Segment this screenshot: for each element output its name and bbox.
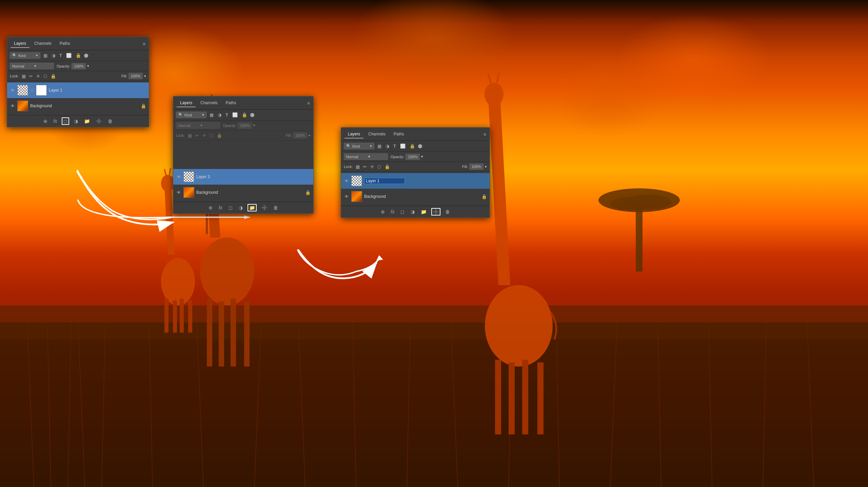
pixel-icon-1[interactable]: ▦ xyxy=(42,53,48,58)
lock-label-3: Lock: xyxy=(344,165,353,169)
lock-all-2: 🔒 xyxy=(216,133,223,138)
lock-move-3[interactable]: ✛ xyxy=(369,164,375,170)
layer-row-bg-p2[interactable]: 👁 Background 🔒 xyxy=(173,185,313,200)
shape-icon-2[interactable]: ⬜ xyxy=(231,112,239,118)
adjust-icon-3[interactable]: ◑ xyxy=(384,143,390,149)
opacity-label-2: Opacity: xyxy=(223,124,236,128)
layer-row-bg-p1[interactable]: 👁 Background 🔒 xyxy=(7,98,149,114)
smartobj-icon-1[interactable]: 🔒 xyxy=(75,53,82,58)
mask-icon-p3[interactable]: ◻ xyxy=(399,208,406,215)
text-icon-3[interactable]: T xyxy=(392,143,397,149)
tab-channels-3[interactable]: Channels xyxy=(365,130,389,138)
lock-brush-3[interactable]: ✏ xyxy=(362,164,368,170)
fill-chevron-1[interactable]: ▾ xyxy=(144,74,146,78)
mask-icon-p1[interactable]: ◻ xyxy=(62,117,69,125)
lock-pixel-1[interactable]: ▦ xyxy=(21,73,27,79)
panel1-header: Layers Channels Paths ≡ xyxy=(7,37,149,50)
smartobj-icon-2[interactable]: 🔒 xyxy=(241,112,248,118)
tab-paths-3[interactable]: Paths xyxy=(390,130,408,138)
tab-paths-2[interactable]: Paths xyxy=(222,99,240,107)
add-icon-p1[interactable]: ➕ xyxy=(95,118,103,125)
folder-icon-p3[interactable]: 📁 xyxy=(419,208,428,215)
kind-chevron-3: ▾ xyxy=(370,144,372,148)
kind-dropdown-1[interactable]: 🔍 Kind ▾ xyxy=(10,52,40,59)
kind-chevron-2: ▾ xyxy=(202,113,204,117)
add-icon-p2[interactable]: ➕ xyxy=(260,204,269,211)
folder-icon-p1[interactable]: 📁 xyxy=(83,118,91,125)
layer-row-bg-p3[interactable]: 👁 Background 🔒 xyxy=(341,189,490,204)
adjustment-icon-p1[interactable]: ◑ xyxy=(73,118,79,125)
eye-icon-bg-p2[interactable]: 👁 xyxy=(176,190,181,195)
eye-icon-layer1-p3[interactable]: 👁 xyxy=(344,179,349,184)
panel3-blend-row: Normal ▾ Opacity: 100% ▾ xyxy=(341,152,490,162)
trash-icon-p2[interactable]: 🗑 xyxy=(272,204,279,211)
lock-brush-1[interactable]: ✏ xyxy=(28,73,34,79)
layer-row-layer1-p1[interactable]: 👁 ⛓ Layer 1 xyxy=(7,82,149,98)
opacity-input-1[interactable]: 100% xyxy=(72,63,86,69)
tab-layers-2[interactable]: Layers xyxy=(177,99,196,107)
opacity-chevron-3[interactable]: ▾ xyxy=(421,154,423,159)
shape-icon-1[interactable]: ⬜ xyxy=(65,53,73,58)
adjustment-icon-p2[interactable]: ◑ xyxy=(237,204,244,211)
folder-icon-p2[interactable]: 📁 xyxy=(248,204,257,211)
lock-artboard-3[interactable]: ⬡ xyxy=(376,164,382,170)
panel1-kind-toolbar: 🔍 Kind ▾ ▦ ◑ T ⬜ 🔒 xyxy=(7,50,149,61)
kind-dropdown-2[interactable]: 🔍 Kind ▾ xyxy=(176,112,206,118)
blend-dropdown-1[interactable]: Normal ▾ xyxy=(10,63,54,69)
tab-layers-3[interactable]: Layers xyxy=(344,130,363,138)
text-icon-2[interactable]: T xyxy=(224,112,229,118)
lock-artboard-1[interactable]: ⬡ xyxy=(42,73,48,79)
trash-icon-p1[interactable]: 🗑 xyxy=(106,118,114,125)
tab-layers-1[interactable]: Layers xyxy=(11,40,29,48)
blend-dropdown-3[interactable]: Normal ▾ xyxy=(344,153,388,160)
add-icon-p3[interactable]: ➕ xyxy=(431,208,440,216)
adjustment-icon-p3[interactable]: ◑ xyxy=(409,208,416,215)
fx-icon-p2[interactable]: fx xyxy=(217,204,224,211)
opacity-input-3[interactable]: 100% xyxy=(406,154,420,160)
lock-move-1[interactable]: ✛ xyxy=(35,73,41,79)
layer-name-input-p3[interactable] xyxy=(364,178,405,184)
pixel-icon-3[interactable]: ▦ xyxy=(376,143,382,149)
panel3-menu-icon[interactable]: ≡ xyxy=(484,132,486,137)
shape-icon-3[interactable]: ⬜ xyxy=(399,143,407,149)
adjust-icon-1[interactable]: ◑ xyxy=(51,53,56,58)
panel1-lock-row: Lock: ▦ ✏ ✛ ⬡ 🔒 Fill: 100% ▾ xyxy=(7,71,149,81)
fill-input-3[interactable]: 100% xyxy=(469,164,484,170)
panel1-blend-row: Normal ▾ Opacity: 100% ▾ xyxy=(7,61,149,71)
tab-channels-2[interactable]: Channels xyxy=(197,99,221,107)
fx-icon-p1[interactable]: fx xyxy=(52,118,59,125)
adjust-icon-2[interactable]: ◑ xyxy=(217,112,222,118)
panel1-menu-icon[interactable]: ≡ xyxy=(143,41,145,46)
eye-icon-layer3-p2[interactable]: 👁 xyxy=(176,174,181,180)
smartobj-icon-3[interactable]: 🔒 xyxy=(409,143,416,149)
opacity-chevron-1[interactable]: ▾ xyxy=(87,64,89,68)
mask-icon-p2[interactable]: ◻ xyxy=(227,204,234,211)
fill-chevron-3[interactable]: ▾ xyxy=(485,165,487,169)
eye-icon-bg-p1[interactable]: 👁 xyxy=(10,104,15,109)
fill-input-1[interactable]: 100% xyxy=(129,73,143,79)
trash-icon-p3[interactable]: 🗑 xyxy=(444,208,451,215)
link-icon-p1[interactable]: ⊕ xyxy=(42,118,49,125)
link-icon-p3[interactable]: ⊕ xyxy=(379,208,386,215)
link-icon-p2[interactable]: ⊕ xyxy=(207,204,214,211)
tab-channels-1[interactable]: Channels xyxy=(31,40,55,48)
text-icon-1[interactable]: T xyxy=(58,53,63,58)
kind-dropdown-3[interactable]: 🔍 Kind ▾ xyxy=(344,143,374,149)
opacity-input-2: 100% xyxy=(238,123,252,129)
layer-row-layer3-p2[interactable]: 👁 Layer 3 xyxy=(173,169,313,185)
layer-name-bg-p3: Background xyxy=(364,194,479,199)
opacity-label-1: Opacity: xyxy=(57,64,70,68)
lock-pixel-3[interactable]: ▦ xyxy=(355,164,361,170)
fx-icon-p3[interactable]: fx xyxy=(390,208,396,215)
lock-all-3[interactable]: 🔒 xyxy=(383,164,391,170)
pixel-icon-2[interactable]: ▦ xyxy=(209,112,215,118)
tab-paths-1[interactable]: Paths xyxy=(56,40,74,48)
lock-all-1[interactable]: 🔒 xyxy=(50,73,57,79)
eye-icon-layer1-p1[interactable]: 👁 xyxy=(10,88,15,93)
lock-bg-p1: 🔒 xyxy=(141,104,146,109)
panel2-menu-icon[interactable]: ≡ xyxy=(307,100,310,106)
eye-icon-bg-p3[interactable]: 👁 xyxy=(344,194,349,199)
fill-control-3: Fill: 100% ▾ xyxy=(462,164,487,170)
layer-row-layer1-p3[interactable]: 👁 xyxy=(341,173,490,189)
lock-icons-2: ▦ ✏ ✛ ⬡ 🔒 xyxy=(187,133,223,138)
